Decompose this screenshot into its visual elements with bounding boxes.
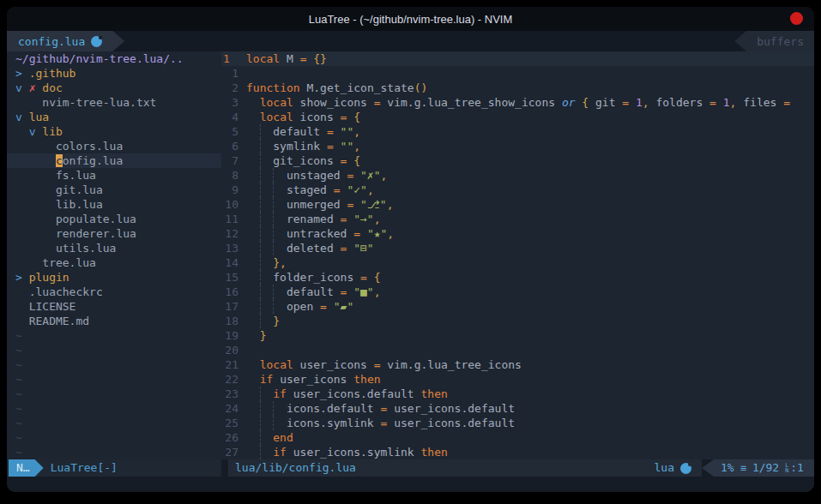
code-text: end	[246, 430, 814, 445]
folder-label: .github	[29, 67, 76, 80]
token-t	[246, 227, 260, 240]
code-line[interactable]: 20	[221, 343, 814, 357]
token-t	[246, 140, 260, 153]
code-line[interactable]: 22 if user_icons then	[221, 372, 814, 387]
code-line[interactable]: 1	[221, 66, 814, 81]
string: ""	[341, 140, 354, 153]
tree-row[interactable]: ~	[7, 328, 221, 343]
close-button[interactable]	[790, 12, 803, 25]
tree-row[interactable]: ~	[7, 372, 221, 387]
code-text: staged = "✓",	[246, 183, 814, 197]
tree-row[interactable]: v ✗ doc	[7, 81, 221, 95]
tree-row[interactable]: ~	[7, 343, 221, 357]
chevron-icon: >	[15, 271, 22, 284]
code-line[interactable]: 9 staged = "✓",	[221, 183, 814, 197]
token-t	[15, 125, 29, 138]
buffers-segment[interactable]: buffers	[734, 31, 814, 51]
tree-row[interactable]: ~	[7, 401, 221, 416]
token-br: ,	[374, 285, 381, 298]
token-t	[15, 96, 42, 109]
tree-row[interactable]: fs.lua	[7, 168, 221, 183]
tree-row[interactable]: v lib	[7, 124, 221, 139]
code-line[interactable]: 2function M.get_icon_state()	[221, 81, 814, 95]
tree-row[interactable]: lib.lua	[7, 197, 221, 212]
file-label: utils.lua	[56, 242, 116, 255]
keyword: then	[421, 387, 448, 400]
code-line[interactable]: 21 local user_icons = vim.g.lua_tree_ico…	[221, 357, 814, 372]
indent-guide	[260, 226, 274, 241]
code-text: unmerged = "⎇",	[246, 197, 814, 212]
code-line[interactable]: 8 unstaged = "✗",	[221, 168, 814, 183]
tree-row[interactable]: v lua	[7, 110, 221, 124]
folder-label: doc	[42, 81, 62, 94]
folder-label: lib	[42, 125, 62, 138]
tree-row[interactable]: .luacheckrc	[7, 285, 221, 299]
tree-row[interactable]: ~	[7, 387, 221, 401]
token-t: unstaged	[287, 169, 347, 182]
code-text: if user_icons then	[246, 372, 814, 387]
code-text: local M = {}	[246, 51, 814, 66]
code-line[interactable]: 7 git_icons = {	[221, 153, 814, 168]
code-line[interactable]: 24 icons.default = user_icons.default	[221, 401, 814, 416]
code-line[interactable]: 6 symlink = "",	[221, 139, 814, 153]
buffers-label: buffers	[757, 35, 804, 48]
tree-row[interactable]: renderer.lua	[7, 226, 221, 241]
code-line[interactable]: 5 default = "",	[221, 124, 814, 139]
code-line[interactable]: 27 if user_icons.symlink then	[221, 445, 814, 459]
tree-row[interactable]: populate.lua	[7, 212, 221, 226]
empty-line-tilde: ~	[15, 329, 22, 342]
token-op: =	[334, 183, 341, 196]
tree-row[interactable]: ~	[7, 445, 221, 459]
code-text: local icons = {	[246, 110, 814, 124]
empty-line-tilde: ~	[15, 373, 22, 386]
indent-guide	[273, 241, 287, 255]
tree-row[interactable]: ~	[7, 430, 221, 445]
tree-row[interactable]: tree.lua	[7, 255, 221, 270]
tree-row[interactable]: > .github	[7, 66, 221, 81]
token-op: =	[374, 96, 381, 109]
code-line[interactable]: 23 if user_icons.default then	[221, 387, 814, 401]
tree-row[interactable]: LICENSE	[7, 299, 221, 314]
code-line[interactable]: 1local M = {}	[221, 51, 814, 66]
tree-row[interactable]: utils.lua	[7, 241, 221, 255]
tree-row[interactable]: config.lua	[7, 153, 221, 168]
code-line[interactable]: 16 default = "■",	[221, 285, 814, 299]
tree-row[interactable]: ~	[7, 416, 221, 430]
statusline-filename: lua/lib/config.lua	[235, 459, 356, 477]
code-line[interactable]: 13 deleted = "⊟"	[221, 241, 814, 255]
code-text: icons.default = user_icons.default	[246, 401, 814, 416]
tree-row[interactable]: > plugin	[7, 270, 221, 285]
code-line[interactable]: 14 },	[221, 255, 814, 270]
code-line[interactable]: 10 unmerged = "⎇",	[221, 197, 814, 212]
tree-row[interactable]: ~	[7, 357, 221, 372]
indent-guide	[260, 430, 274, 445]
line-number: 10	[221, 197, 246, 212]
tree-row[interactable]: README.md	[7, 314, 221, 328]
code-line[interactable]: 25 icons.symlink = user_icons.default	[221, 416, 814, 430]
indent-guide	[260, 153, 274, 168]
code-line[interactable]: 17 open = "▰"	[221, 299, 814, 314]
token-br: ,	[367, 183, 374, 196]
line-number: 23	[221, 387, 246, 401]
token-t	[246, 446, 260, 459]
number: 1	[723, 96, 730, 109]
code-line[interactable]: 15 folder_icons = {	[221, 270, 814, 285]
code-text: symlink = "",	[246, 139, 814, 153]
code-line[interactable]: 3 local show_icons = vim.g.lua_tree_show…	[221, 95, 814, 110]
code-line[interactable]: 18 }	[221, 314, 814, 328]
code-line[interactable]: 26 end	[221, 430, 814, 445]
code-line[interactable]: 11 renamed = "→",	[221, 212, 814, 226]
tree-row[interactable]: ~/github/nvim-tree.lua/..	[7, 51, 221, 66]
tree-row[interactable]: colors.lua	[7, 139, 221, 153]
chevron-icon: >	[15, 67, 22, 80]
keyword: if	[260, 373, 274, 386]
code-line[interactable]: 12 untracked = "★",	[221, 226, 814, 241]
code-line[interactable]: 19 }	[221, 328, 814, 343]
code-line[interactable]: 4 local icons = {	[221, 110, 814, 124]
token-t	[15, 183, 56, 196]
tree-row[interactable]: nvim-tree-lua.txt	[7, 95, 221, 110]
mode-badge: N…	[9, 459, 44, 477]
token-t	[246, 387, 260, 400]
tree-row[interactable]: git.lua	[7, 183, 221, 197]
tab-config-lua[interactable]: config.lua	[7, 31, 124, 51]
